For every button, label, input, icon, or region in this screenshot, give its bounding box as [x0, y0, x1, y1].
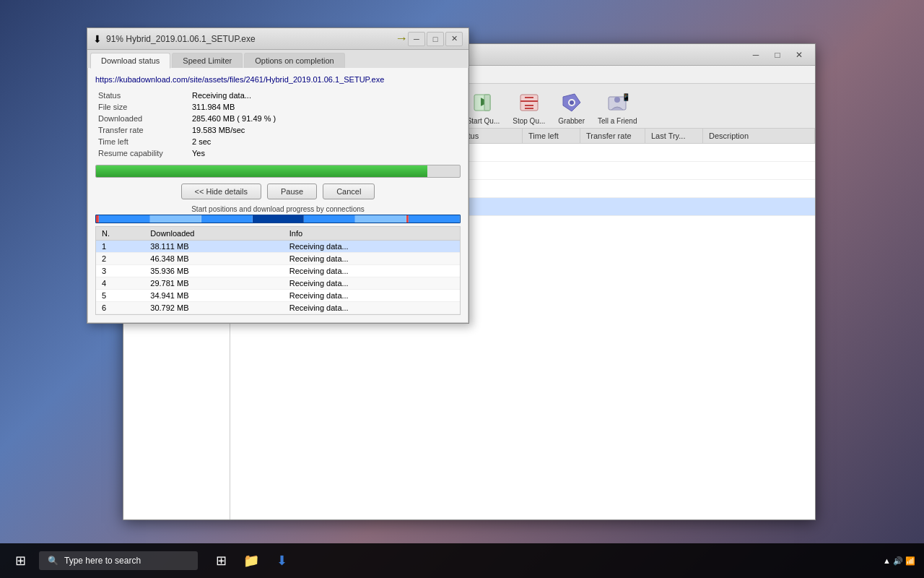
conn-segment-6: [355, 215, 406, 223]
conn-info: Receiving data...: [284, 253, 460, 265]
downloaded-value: 285.460 MB ( 91.49 % ): [189, 113, 461, 124]
system-tray: ▲ 🔊 📶: [883, 556, 921, 566]
status-label: Status: [95, 90, 189, 101]
window-controls: ─ □ ✕: [746, 47, 809, 63]
conn-info: Receiving data...: [284, 290, 460, 302]
svg-point-45: [614, 97, 620, 103]
lasttry-cell: [645, 169, 703, 172]
info-row-resume: Resume capability Yes: [95, 147, 461, 159]
task-view-button[interactable]: ⊞: [206, 546, 235, 575]
conn-row[interactable]: 4 29.781 MB Receiving data...: [96, 277, 460, 290]
minimize-button[interactable]: ─: [746, 47, 766, 63]
grabber-button[interactable]: Grabber: [552, 87, 590, 128]
header-n: N.: [96, 227, 144, 241]
info-row-timeleft: Time left 2 sec: [95, 136, 461, 147]
transfer-cell: [580, 187, 645, 190]
progress-arrow: →: [395, 31, 408, 46]
svg-text:📱: 📱: [622, 92, 629, 102]
dialog-tabs: Download status Speed Limiter Options on…: [87, 50, 468, 68]
idm-taskbar-icon[interactable]: ⬇: [267, 546, 296, 575]
progress-text: [95, 165, 461, 178]
conn-table-header: N. Downloaded Info: [96, 227, 460, 241]
search-placeholder: Type here to search: [64, 556, 141, 566]
info-row-filesize: File size 311.984 MB: [95, 101, 461, 113]
info-row-transfer: Transfer rate 19.583 MB/sec: [95, 124, 461, 136]
header-desc[interactable]: Description: [703, 129, 815, 143]
search-bar[interactable]: 🔍 Type here to search: [39, 551, 198, 570]
timeleft-cell: [523, 205, 580, 208]
dialog-close-button[interactable]: ✕: [445, 32, 463, 46]
tell-friend-label: Tell a Friend: [598, 117, 637, 125]
conn-downloaded: 29.781 MB: [144, 277, 283, 290]
resume-value: Yes: [189, 147, 461, 159]
desc-cell: [703, 151, 815, 154]
dialog-maximize-button[interactable]: □: [427, 32, 444, 46]
header-info: Info: [284, 227, 460, 241]
conn-n: 4: [96, 277, 144, 290]
conn-info: Receiving data...: [284, 277, 460, 290]
conn-segment-5: [304, 215, 355, 223]
start-queue-icon: ▶: [470, 90, 496, 116]
connections-label: Start positions and download progress by…: [95, 205, 461, 213]
download-url: https://kubadownload.com/site/assets/fil…: [95, 75, 461, 84]
taskbar: ⊞ 🔍 Type here to search ⊞ 📁 ⬇ ▲ 🔊 📶: [0, 543, 924, 578]
conn-row[interactable]: 6 30.792 MB Receiving data...: [96, 302, 460, 314]
conn-downloaded: 46.348 MB: [144, 253, 283, 265]
conn-n: 6: [96, 302, 144, 314]
desc-cell: [703, 205, 815, 208]
timeleft-label: Time left: [95, 136, 189, 147]
start-button[interactable]: ⊞: [3, 543, 38, 578]
conn-row[interactable]: 2 46.348 MB Receiving data...: [96, 253, 460, 265]
tab-download-status[interactable]: Download status: [90, 53, 170, 69]
conn-row[interactable]: 5 34.941 MB Receiving data...: [96, 290, 460, 302]
transfer-value: 19.583 MB/sec: [189, 124, 461, 136]
connections-bar: [95, 215, 461, 223]
conn-info: Receiving data...: [284, 241, 460, 253]
info-row-status: Status Receiving data...: [95, 90, 461, 101]
tab-speed-limiter[interactable]: Speed Limiter: [172, 53, 243, 68]
conn-n: 3: [96, 265, 144, 277]
conn-info: Receiving data...: [284, 302, 460, 314]
tab-options-on-completion[interactable]: Options on completion: [244, 53, 344, 68]
filesize-value: 311.984 MB: [189, 101, 461, 113]
progress-track: [95, 165, 461, 178]
conn-n: 1: [96, 241, 144, 253]
conn-info: Receiving data...: [284, 265, 460, 277]
grabber-label: Grabber: [558, 117, 585, 125]
header-transfer[interactable]: Transfer rate: [580, 129, 645, 143]
conn-segment-4: [253, 215, 304, 223]
conn-n: 5: [96, 290, 144, 302]
search-icon: 🔍: [48, 556, 58, 566]
tell-friend-button[interactable]: 📱 Tell a Friend: [592, 87, 642, 128]
conn-downloaded: 38.111 MB: [144, 241, 283, 253]
lasttry-cell: [645, 187, 703, 190]
download-status-dialog: ⬇ 91% Hybrid_2019.01.06.1_SETUP.exe → ─ …: [87, 27, 469, 324]
conn-segment-2: [150, 215, 201, 223]
header-timeleft[interactable]: Time left: [523, 129, 580, 143]
close-button[interactable]: ✕: [789, 47, 809, 63]
cancel-button[interactable]: Cancel: [323, 184, 375, 199]
filesize-label: File size: [95, 101, 189, 113]
dialog-minimize-button[interactable]: ─: [408, 32, 425, 46]
stop-queue-icon: [516, 90, 542, 116]
conn-row[interactable]: 3 35.936 MB Receiving data...: [96, 265, 460, 277]
dialog-title-icon: ⬇: [93, 33, 102, 45]
timeleft-cell: [523, 187, 580, 190]
conn-row[interactable]: 1 38.111 MB Receiving data...: [96, 241, 460, 253]
desc-cell: [703, 187, 815, 190]
file-explorer-icon[interactable]: 📁: [237, 546, 266, 575]
dialog-actions: << Hide details Pause Cancel: [95, 184, 461, 199]
conn-downloaded: 35.936 MB: [144, 265, 283, 277]
conn-n: 2: [96, 253, 144, 265]
stop-queue-label: Stop Qu...: [513, 117, 545, 125]
dialog-tab-content: https://kubadownload.com/site/assets/fil…: [87, 68, 468, 323]
header-downloaded: Downloaded: [144, 227, 283, 241]
stop-queue-button[interactable]: Stop Qu...: [507, 87, 551, 128]
hide-details-button[interactable]: << Hide details: [181, 184, 261, 199]
pause-button[interactable]: Pause: [267, 184, 317, 199]
header-lasttry[interactable]: Last Try...: [645, 129, 703, 143]
grabber-icon: [559, 90, 585, 116]
dialog-title-bar: ⬇ 91% Hybrid_2019.01.06.1_SETUP.exe → ─ …: [87, 28, 468, 50]
maximize-button[interactable]: □: [767, 47, 788, 63]
timeleft-cell: [523, 151, 580, 154]
